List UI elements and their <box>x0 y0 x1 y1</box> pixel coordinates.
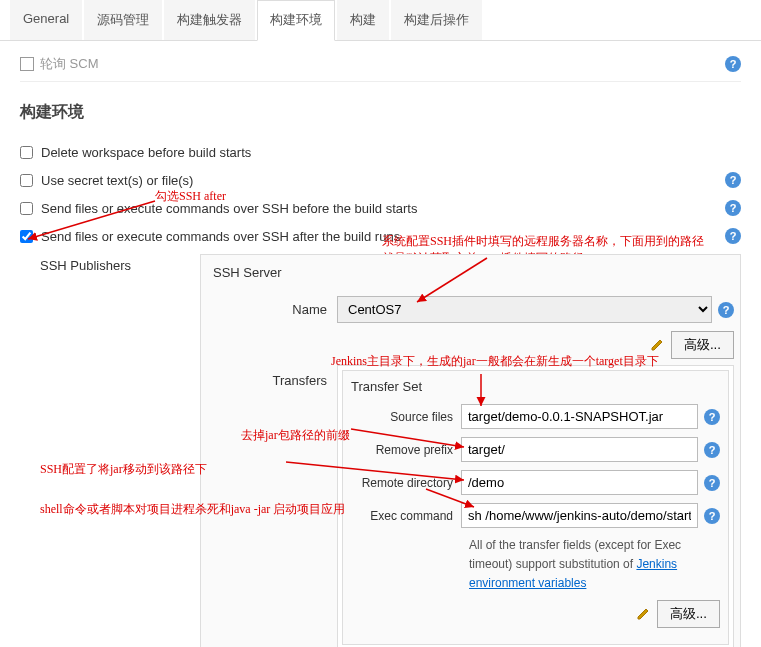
secret-label: Use secret text(s) or file(s) <box>41 173 193 188</box>
ssh-after-label: Send files or execute commands over SSH … <box>41 229 400 244</box>
help-icon[interactable]: ? <box>725 172 741 188</box>
advanced-button[interactable]: 高级... <box>671 331 734 359</box>
ssh-name-label: Name <box>207 302 337 317</box>
help-icon[interactable]: ? <box>704 442 720 458</box>
remote-dir-input[interactable] <box>461 470 698 495</box>
ssh-publishers-label: SSH Publishers <box>40 254 200 647</box>
advanced-row-2: 高级... <box>351 600 720 628</box>
exec-cmd-input[interactable] <box>461 503 698 528</box>
tab-scm[interactable]: 源码管理 <box>84 0 162 40</box>
ssh-name-row: Name CentOS7 ? <box>207 296 734 323</box>
remove-prefix-row: Remove prefix ? <box>351 437 720 462</box>
ssh-publishers-section: SSH Publishers SSH Server Name CentOS7 ? <box>40 254 741 647</box>
edit-icon[interactable] <box>649 337 665 353</box>
advanced-button[interactable]: 高级... <box>657 600 720 628</box>
ssh-server-title: SSH Server <box>207 261 734 288</box>
tab-general[interactable]: General <box>10 0 82 40</box>
remove-prefix-label: Remove prefix <box>351 443 461 457</box>
source-files-row: Source files ? <box>351 404 720 429</box>
poll-scm-row: 轮询 SCM ? <box>20 51 741 82</box>
ssh-body: SSH Server Name CentOS7 ? <box>200 254 741 647</box>
section-title: 构建环境 <box>20 102 741 123</box>
exec-cmd-label: Exec command <box>351 509 461 523</box>
help-icon[interactable]: ? <box>725 56 741 72</box>
tab-build[interactable]: 构建 <box>337 0 389 40</box>
transfers-label: Transfers <box>207 365 337 647</box>
ssh-after-checkbox[interactable] <box>20 230 33 243</box>
content-area: 轮询 SCM ? 构建环境 Delete workspace before bu… <box>0 41 761 647</box>
source-files-label: Source files <box>351 410 461 424</box>
help-icon[interactable]: ? <box>704 475 720 491</box>
help-icon[interactable]: ? <box>704 409 720 425</box>
help-icon[interactable]: ? <box>718 302 734 318</box>
delete-ws-checkbox[interactable] <box>20 146 33 159</box>
help-icon[interactable]: ? <box>725 228 741 244</box>
secret-row: Use secret text(s) or file(s) ? <box>20 166 741 194</box>
ssh-before-row: Send files or execute commands over SSH … <box>20 194 741 222</box>
delete-ws-label: Delete workspace before build starts <box>41 145 251 160</box>
ssh-before-checkbox[interactable] <box>20 202 33 215</box>
delete-ws-row: Delete workspace before build starts <box>20 139 741 166</box>
poll-scm-label: 轮询 SCM <box>40 55 99 73</box>
transfer-set-title: Transfer Set <box>351 377 720 396</box>
ssh-after-row: Send files or execute commands over SSH … <box>20 222 741 250</box>
remote-dir-row: Remote directory ? <box>351 470 720 495</box>
transfers-body: Transfer Set Source files ? <box>337 365 734 647</box>
exec-cmd-row: Exec command ? <box>351 503 720 528</box>
edit-icon[interactable] <box>635 606 651 622</box>
poll-scm-checkbox[interactable] <box>20 57 34 71</box>
remove-prefix-input[interactable] <box>461 437 698 462</box>
tab-env[interactable]: 构建环境 <box>257 0 335 41</box>
secret-checkbox[interactable] <box>20 174 33 187</box>
source-files-input[interactable] <box>461 404 698 429</box>
config-tabs: General 源码管理 构建触发器 构建环境 构建 构建后操作 <box>0 0 761 41</box>
advanced-row-1: 高级... <box>207 331 734 359</box>
ssh-before-label: Send files or execute commands over SSH … <box>41 201 417 216</box>
remote-dir-label: Remote directory <box>351 476 461 490</box>
transfer-set: Transfer Set Source files ? <box>342 370 729 645</box>
help-icon[interactable]: ? <box>725 200 741 216</box>
transfers-row: Transfers Transfer Set Source files ? <box>207 365 734 647</box>
ssh-name-select[interactable]: CentOS7 <box>337 296 712 323</box>
help-icon[interactable]: ? <box>704 508 720 524</box>
tab-triggers[interactable]: 构建触发器 <box>164 0 255 40</box>
transfer-footnote: All of the transfer fields (except for E… <box>469 536 720 594</box>
tab-post[interactable]: 构建后操作 <box>391 0 482 40</box>
